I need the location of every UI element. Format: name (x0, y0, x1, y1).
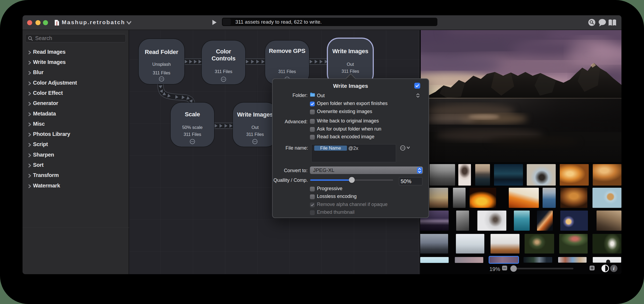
svg-text:i: i (613, 266, 615, 271)
